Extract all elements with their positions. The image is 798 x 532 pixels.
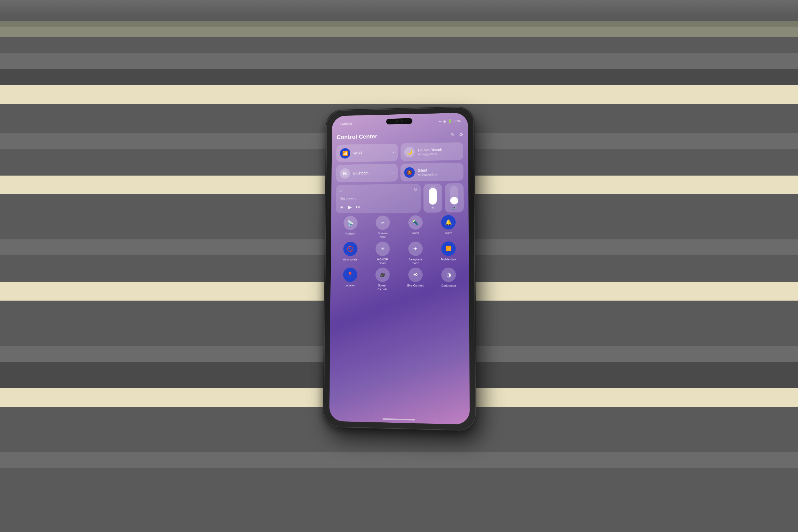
brightness-icon: ☀ (431, 206, 435, 210)
torch-icon: 🔦 (412, 219, 419, 226)
dnd-text: Do Not Disturb AI Suggestions (418, 147, 460, 156)
cc-header-actions: ✎ ⚙ (451, 132, 463, 138)
screenshot-toggle[interactable]: ✂ Screen-shot (368, 215, 398, 239)
dnd-icon: 🌙 (406, 149, 412, 155)
music-note-icon: ♪ (340, 188, 342, 193)
dnd-sublabel: AI Suggestions (418, 152, 460, 156)
silent-icon-wrap: 🔕 (404, 167, 415, 178)
hotspot-label: Hotspot (345, 232, 355, 235)
mobile-data-circle: 📶 (441, 241, 456, 255)
quick-toggles-row2: 🚫 Auto-rotate ✳ HONORShare ✈ Aeroplanemo… (336, 241, 464, 265)
wifi-status-icon: ⊕ (443, 119, 446, 124)
brightness-fill (429, 188, 437, 205)
next-button[interactable]: ⏭ (356, 205, 360, 209)
brightness-track (429, 186, 437, 205)
cc-title: Control Center (337, 133, 377, 141)
auto-rotate-toggle[interactable]: 🚫 Auto-rotate (336, 242, 365, 265)
hotspot-toggle[interactable]: 📡 Hotspot (336, 216, 365, 239)
screen-recorder-toggle[interactable]: 🎥 ScreenRecorder (367, 268, 398, 291)
bluetooth-icon: B (343, 171, 347, 177)
honor-share-icon: ✳ (381, 246, 384, 251)
torch-label: Torch (412, 231, 419, 235)
battery-icon: 🔋 (448, 119, 452, 123)
control-center: Control Center ✎ ⚙ 📶 Wi-Fi ▸ (329, 127, 470, 424)
eye-comfort-toggle[interactable]: 👁 Eye Comfort (400, 268, 431, 291)
volume-icon: 🔊 (452, 205, 456, 210)
dnd-tile[interactable]: 🌙 Do Not Disturb AI Suggestions (401, 142, 463, 161)
mobile-data-icon: 📶 (445, 246, 451, 251)
dark-mode-label: Dark mode (441, 284, 456, 288)
screen-recorder-circle: 🎥 (375, 268, 390, 282)
screen-recorder-label: ScreenRecorder (377, 284, 388, 291)
hotspot-icon: 📡 (347, 220, 354, 226)
bluetooth-expand-icon[interactable]: ▸ (393, 171, 394, 174)
mobile-data-toggle[interactable]: 📶 Mobile data (433, 241, 464, 265)
silent2-toggle[interactable]: 🔔 Silent (433, 215, 464, 239)
screen-recorder-icon: 🎥 (380, 272, 385, 278)
play-button[interactable]: ▶ (348, 204, 352, 210)
volume-track (450, 186, 458, 205)
status-icons: ▪▪ ⊕ 🔋 66% (439, 117, 460, 124)
aeroplane-toggle[interactable]: ✈ Aeroplanemode (400, 241, 431, 265)
edit-icon[interactable]: ✎ (451, 132, 455, 138)
honor-share-circle: ✳ (376, 242, 390, 256)
quick-toggles-row3: 📍 Location 🎥 ScreenRecorder 👁 Eye Comfor… (335, 268, 464, 291)
dnd-label: Do Not Disturb (418, 147, 460, 152)
silent-label: Silent (418, 168, 460, 173)
silent2-label: Silent (445, 231, 452, 234)
bluetooth-text: Bluetooth (353, 171, 390, 175)
location-circle: 📍 (343, 268, 357, 282)
brightness-slider-tile[interactable]: ☀ (423, 184, 442, 213)
quick-toggles-row1: 📡 Hotspot ✂ Screen-shot 🔦 Torch (336, 215, 464, 239)
wifi-expand-icon[interactable]: ▸ (393, 151, 394, 154)
hotspot-circle: 📡 (343, 216, 358, 230)
prev-button[interactable]: ⏮ (339, 205, 344, 210)
volume-slider-tile[interactable]: 🔊 (445, 183, 464, 212)
wifi-label: Wi-Fi (353, 150, 390, 155)
cc-header: Control Center ✎ ⚙ (337, 131, 463, 140)
phone-device: T-Mobile ▪▪ ⊕ 🔋 66% Control Center ✎ ⚙ (324, 107, 475, 430)
wifi-tile[interactable]: 📶 Wi-Fi ▸ (336, 144, 398, 162)
screenshot-circle: ✂ (376, 215, 390, 230)
camera-dot-left (396, 120, 398, 122)
auto-rotate-icon: 🚫 (347, 246, 354, 252)
mobile-data-label: Mobile data (441, 257, 456, 261)
screenshot-label: Screen-shot (378, 231, 388, 239)
location-toggle[interactable]: 📍 Location (335, 268, 365, 291)
not-playing-text: Not playing (340, 195, 417, 200)
bluetooth-icon-wrap: B (340, 168, 350, 178)
aeroplane-icon: ✈ (413, 246, 418, 252)
media-sliders-row: ♪ ↻ Not playing ⏮ ▶ ⏭ ☀ (336, 183, 464, 214)
phone-screen: T-Mobile ▪▪ ⊕ 🔋 66% Control Center ✎ ⚙ (329, 113, 470, 425)
camera-dot-right (401, 120, 403, 122)
bluetooth-label: Bluetooth (353, 171, 390, 175)
camera-pill (386, 118, 412, 125)
auto-rotate-circle: 🚫 (343, 242, 357, 256)
media-tile[interactable]: ♪ ↻ Not playing ⏮ ▶ ⏭ (336, 184, 421, 213)
torch-toggle[interactable]: 🔦 Torch (400, 215, 431, 239)
aeroplane-circle: ✈ (408, 242, 423, 256)
dark-mode-toggle[interactable]: ◑ Dark mode (433, 268, 464, 291)
silent-text: Silent AI Suggestions (418, 168, 460, 176)
silent2-icon: 🔔 (445, 219, 452, 225)
honor-share-toggle[interactable]: ✳ HONORShare (367, 242, 398, 265)
wifi-icon: 📶 (342, 151, 348, 156)
bluetooth-tile[interactable]: B Bluetooth ▸ (336, 164, 398, 183)
eye-comfort-circle: 👁 (408, 268, 423, 282)
status-carrier: T-Mobile (339, 120, 352, 126)
battery-percent: 66% (454, 119, 460, 123)
media-rotate-icon: ↻ (414, 187, 417, 192)
dark-mode-circle: ◑ (441, 268, 456, 282)
top-tiles-grid: 📶 Wi-Fi ▸ 🌙 Do Not Disturb AI Suggestion… (336, 142, 464, 183)
settings-icon[interactable]: ⚙ (459, 132, 463, 137)
silent-tile[interactable]: 🔕 Silent AI Suggestions (401, 163, 464, 182)
eye-comfort-label: Eye Comfort (407, 284, 424, 288)
auto-rotate-label: Auto-rotate (343, 258, 358, 261)
dnd-icon-wrap: 🌙 (404, 147, 415, 157)
torch-circle: 🔦 (408, 215, 423, 230)
media-top-row: ♪ ↻ (340, 187, 417, 193)
screenshot-icon: ✂ (381, 220, 385, 225)
wifi-icon-wrap: 📶 (340, 148, 350, 158)
dark-mode-icon: ◑ (446, 271, 451, 278)
silent-sublabel: AI Suggestions (418, 173, 460, 176)
